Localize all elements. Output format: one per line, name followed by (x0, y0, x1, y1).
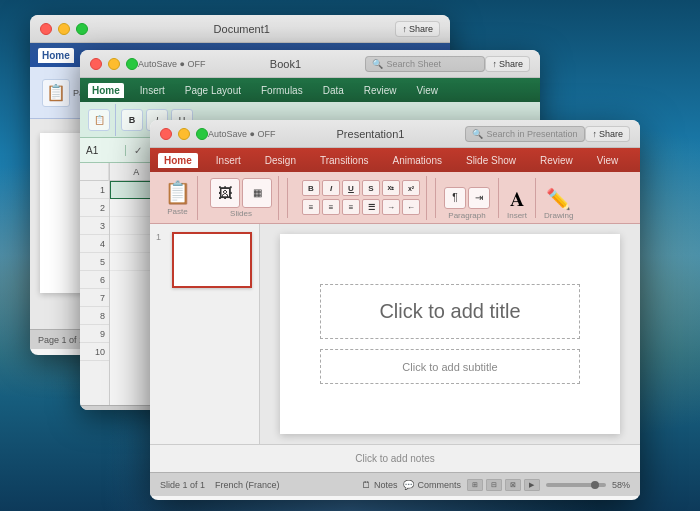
ppt-paragraph-label: Paragraph (448, 211, 485, 220)
ppt-indent-button[interactable]: → (382, 199, 400, 215)
excel-tab-home[interactable]: Home (88, 83, 124, 98)
excel-row-3: 3 (80, 217, 109, 235)
powerpoint-window: AutoSave ● OFF Presentation1 🔍 Search in… (150, 120, 640, 500)
ppt-slide-thumb-wrapper: 1 (156, 232, 253, 288)
ppt-maximize-button[interactable] (196, 128, 208, 140)
ppt-statusbar: Slide 1 of 1 French (France) 🗒 Notes 💬 C… (150, 472, 640, 496)
ppt-zoom-slider[interactable] (546, 483, 606, 487)
ppt-subtitle-placeholder[interactable]: Click to add subtitle (320, 349, 580, 384)
ppt-underline-button[interactable]: U (342, 180, 360, 196)
word-minimize-button[interactable] (58, 23, 70, 35)
excel-tab-formulas[interactable]: Formulas (257, 83, 307, 98)
word-page-count: Page 1 of 1 (38, 335, 84, 345)
ppt-zoom-knob[interactable] (591, 481, 599, 489)
ppt-close-button[interactable] (160, 128, 172, 140)
ppt-slide-number: 1 (156, 232, 168, 288)
excel-row-2: 2 (80, 199, 109, 217)
ppt-slide-canvas-area: Click to add title Click to add subtitle (260, 224, 640, 444)
ppt-normal-view-button[interactable]: ⊞ (467, 479, 483, 491)
ppt-list-button[interactable]: ☰ (362, 199, 380, 215)
ppt-align-right-button[interactable]: ≡ (342, 199, 360, 215)
ppt-search-icon: 🔍 (472, 129, 483, 139)
ppt-italic-button[interactable]: I (322, 180, 340, 196)
excel-tab-data[interactable]: Data (319, 83, 348, 98)
share-arrow-icon: ↑ (402, 24, 407, 34)
ppt-statusbar-right: 🗒 Notes 💬 Comments ⊞ ⊟ ⊠ ▶ 58% (362, 479, 630, 491)
excel-row-10: 10 (80, 343, 109, 361)
excel-row-9: 9 (80, 325, 109, 343)
word-maximize-button[interactable] (76, 23, 88, 35)
word-tab-home[interactable]: Home (38, 48, 74, 63)
excel-tab-view[interactable]: View (413, 83, 443, 98)
ppt-tab-review[interactable]: Review (534, 153, 579, 168)
ppt-format-group: B I U S x₂ x² ≡ ≡ ≡ ☰ → ← (296, 176, 427, 220)
word-title: Document1 (88, 23, 395, 35)
excel-tab-pagelayout[interactable]: Page Layout (181, 83, 245, 98)
excel-paste-button[interactable]: 📋 (88, 109, 110, 131)
excel-close-button[interactable] (90, 58, 102, 70)
ppt-align-center-button[interactable]: ≡ (322, 199, 340, 215)
ppt-tab-transitions[interactable]: Transitions (314, 153, 375, 168)
ppt-paragraph-area: ¶ ⇥ Paragraph (444, 176, 490, 220)
word-share-button[interactable]: ↑ Share (395, 21, 440, 37)
ppt-strikethrough-button[interactable]: S (362, 180, 380, 196)
ppt-new-slide-button[interactable]: 🖼 (210, 178, 240, 208)
ppt-comments-toggle[interactable]: 💬 Comments (403, 480, 461, 490)
ppt-minimize-button[interactable] (178, 128, 190, 140)
word-close-button[interactable] (40, 23, 52, 35)
ppt-superscript-button[interactable]: x² (402, 180, 420, 196)
word-titlebar: Document1 ↑ Share (30, 15, 450, 43)
ppt-notes-toggle[interactable]: 🗒 Notes (362, 480, 398, 490)
ppt-paste-group: 📋 Paste (158, 176, 198, 220)
ppt-paragraph-btn1[interactable]: ¶ (444, 187, 466, 209)
ppt-toolbar: 📋 Paste 🖼 ▦ Slides B I U S x₂ x² ≡ ≡ (150, 172, 640, 224)
ppt-share-button[interactable]: ↑ Share (585, 126, 630, 142)
excel-row-headers: 1 2 3 4 5 6 7 8 9 10 (80, 163, 110, 405)
ppt-title-placeholder[interactable]: Click to add title (320, 284, 580, 339)
excel-tab-review[interactable]: Review (360, 83, 401, 98)
ppt-slide-canvas[interactable]: Click to add title Click to add subtitle (280, 234, 620, 434)
ppt-notes-icon: 🗒 (362, 480, 371, 490)
excel-tab-insert[interactable]: Insert (136, 83, 169, 98)
excel-cell-name[interactable]: A1 (86, 145, 126, 156)
ppt-paste-label: Paste (167, 207, 187, 216)
ppt-reading-view-button[interactable]: ⊠ (505, 479, 521, 491)
excel-separator-1 (115, 104, 116, 136)
ppt-align-left-button[interactable]: ≡ (302, 199, 320, 215)
excel-traffic-lights (90, 58, 138, 70)
ppt-slide-thumbnail[interactable] (172, 232, 252, 288)
excel-checkmark-icon: ✓ (130, 145, 146, 156)
ppt-tab-design[interactable]: Design (259, 153, 302, 168)
ppt-paragraph-btn2[interactable]: ⇥ (468, 187, 490, 209)
ppt-tab-animations[interactable]: Animations (387, 153, 448, 168)
excel-maximize-button[interactable] (126, 58, 138, 70)
word-paste-button[interactable]: 📋 (42, 79, 70, 107)
excel-row-5: 5 (80, 253, 109, 271)
ppt-layout-button[interactable]: ▦ (242, 178, 272, 208)
ppt-subscript-button[interactable]: x₂ (382, 180, 400, 196)
ppt-insert-textbox-button[interactable]: 𝐀 (510, 188, 524, 211)
excel-search-box[interactable]: 🔍 Search Sheet (365, 56, 485, 72)
ppt-notes-area[interactable]: Click to add notes (150, 444, 640, 472)
excel-minimize-button[interactable] (108, 58, 120, 70)
ppt-main-area: 1 Click to add title Click to add subtit… (150, 224, 640, 444)
excel-row-1: 1 (80, 181, 109, 199)
ppt-drawing-button[interactable]: ✏️ (546, 187, 571, 211)
ppt-search-box[interactable]: 🔍 Search in Presentation (465, 126, 585, 142)
ppt-paste-button[interactable]: 📋 (164, 180, 191, 206)
ppt-slides-label: Slides (230, 209, 252, 218)
ppt-slideshow-button[interactable]: ▶ (524, 479, 540, 491)
ppt-bold-button[interactable]: B (302, 180, 320, 196)
excel-titlebar: AutoSave ● OFF Book1 🔍 Search Sheet ↑ Sh… (80, 50, 540, 78)
ppt-slide-sorter-button[interactable]: ⊟ (486, 479, 502, 491)
ppt-titlebar: AutoSave ● OFF Presentation1 🔍 Search in… (150, 120, 640, 148)
ppt-tab-home[interactable]: Home (158, 153, 198, 168)
ppt-tab-insert[interactable]: Insert (210, 153, 247, 168)
excel-share-button[interactable]: ↑ Share (485, 56, 530, 72)
ppt-drawing-area: ✏️ Drawing (544, 176, 573, 220)
excel-bold-button[interactable]: B (121, 109, 143, 131)
ppt-tab-slideshow[interactable]: Slide Show (460, 153, 522, 168)
ppt-tab-view[interactable]: View (591, 153, 625, 168)
excel-share-icon: ↑ (492, 59, 497, 69)
ppt-outdent-button[interactable]: ← (402, 199, 420, 215)
